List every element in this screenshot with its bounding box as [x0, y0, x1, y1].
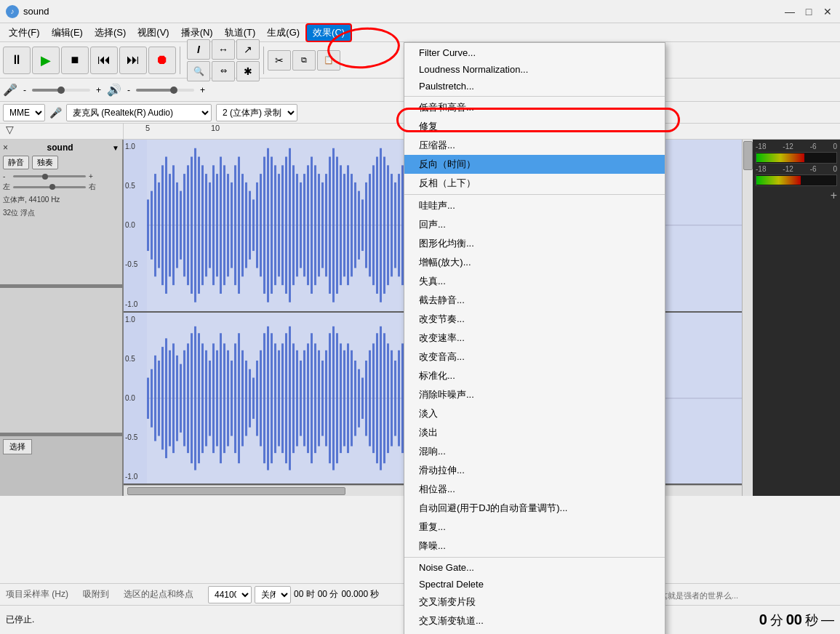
track-pan-slider[interactable] [13, 186, 86, 188]
paste-button[interactable]: 📋 [317, 50, 340, 71]
menu-wahwah[interactable]: 哇哇声... [404, 196, 665, 215]
svg-rect-127 [241, 350, 244, 446]
multi-tool-button[interactable]: ✱ [236, 61, 260, 81]
svg-rect-50 [325, 174, 327, 276]
channels-select[interactable]: 2 (立体声) 录制 [216, 104, 297, 121]
vu-label-n12: -12 [783, 143, 793, 151]
input-volume-slider[interactable] [32, 89, 90, 92]
menu-bass-treble[interactable]: 低音和高音... [404, 98, 665, 117]
svg-rect-33 [263, 157, 265, 294]
menu-change-pitch[interactable]: 改变音高... [404, 348, 665, 366]
cursor-tool-button[interactable]: ↗ [236, 39, 260, 60]
menu-truncate[interactable]: 截去静音... [404, 291, 665, 310]
menu-crossfade-tracks[interactable]: 交叉渐变轨道... [404, 611, 665, 630]
svg-rect-166 [383, 333, 385, 463]
menu-view[interactable]: 视图(V) [132, 25, 175, 41]
menu-file[interactable]: 文件(F) [3, 25, 46, 41]
track-close-button[interactable]: × [3, 143, 8, 153]
svg-rect-26 [238, 157, 240, 294]
output-volume-slider[interactable] [136, 89, 194, 92]
ruler-mark-5: 5 [145, 124, 150, 132]
menu-reverb[interactable]: 混响... [404, 442, 665, 461]
menu-flip[interactable]: 反相（上下） [404, 174, 665, 193]
y-label-1-0: 1.0 [125, 143, 145, 151]
track-volume-slider[interactable] [13, 175, 86, 177]
v-scrollbar[interactable] [742, 140, 753, 496]
menu-normalize[interactable]: 标准化... [404, 366, 665, 385]
record-button[interactable]: ⏺ [148, 47, 176, 74]
menu-loudness[interactable]: Loudness Normalization... [404, 61, 665, 78]
menu-sliding-stretch[interactable]: 滑动拉伸... [404, 461, 665, 480]
svg-rect-133 [263, 333, 265, 463]
mute-button[interactable]: 静音 [3, 156, 29, 169]
svg-rect-146 [311, 333, 313, 463]
menu-sep-1 [404, 96, 665, 97]
time-display-m: 00 分 [318, 588, 339, 601]
close-button[interactable]: ✕ [821, 5, 834, 18]
status-snap: 吸附到 [83, 588, 109, 601]
menu-amplify[interactable]: 增幅(放大)... [404, 253, 665, 272]
menu-echo[interactable]: 回声... [404, 215, 665, 234]
svg-rect-61 [365, 182, 367, 268]
move-tool-button[interactable]: ↔ [212, 39, 235, 60]
maximize-button[interactable]: □ [802, 5, 815, 18]
menu-denoise[interactable]: 降噪... [404, 537, 665, 555]
menu-select[interactable]: 选择(S) [89, 25, 132, 41]
pause-button[interactable]: ⏸ [3, 47, 31, 74]
mic-device-select[interactable]: 麦克风 (Realtek(R) Audio) [66, 104, 212, 121]
sample-rate-input[interactable]: 44100 [208, 586, 252, 603]
play-button[interactable]: ▶ [32, 47, 60, 74]
svg-rect-22 [223, 165, 225, 285]
forward-button[interactable]: ⏭ [119, 47, 147, 74]
vu-label-n6: -6 [810, 143, 817, 151]
menu-auto-duck[interactable]: 自动回避(用于DJ的自动音量调节)... [404, 499, 665, 518]
svg-rect-59 [358, 191, 360, 260]
app-icon: ♪ [6, 5, 19, 18]
menu-fade-in[interactable]: 淡入 [404, 404, 665, 423]
menu-effect[interactable]: 效果(C) [305, 23, 352, 42]
menu-change-speed[interactable]: 改变速率... [404, 329, 665, 348]
menu-spectral-delete[interactable]: Spectral Delete [404, 576, 665, 593]
svg-rect-148 [318, 350, 320, 446]
svg-rect-122 [223, 343, 225, 453]
menu-track[interactable]: 轨道(T) [219, 25, 262, 41]
menu-phaser[interactable]: 相位器... [404, 480, 665, 499]
menu-noise-gate[interactable]: Noise Gate... [404, 559, 665, 576]
menu-edit[interactable]: 编辑(E) [46, 25, 89, 41]
track-dropdown[interactable]: ▼ [112, 144, 119, 152]
app-title: sound [23, 6, 49, 17]
rewind-button[interactable]: ⏮ [90, 47, 118, 74]
menu-paulstretch[interactable]: Paulstretch... [404, 78, 665, 95]
vu-plus-button[interactable]: + [756, 189, 837, 202]
menu-graphic-eq[interactable]: 图形化均衡... [404, 234, 665, 253]
host-select[interactable]: MME [3, 104, 45, 121]
menu-compressor[interactable]: 压缩器... [404, 136, 665, 155]
stop-button[interactable]: ■ [61, 47, 89, 74]
copy-button[interactable]: ⧉ [292, 50, 316, 71]
select-button[interactable]: 选择 [3, 439, 32, 454]
v-scrollbar-thumb[interactable] [743, 141, 753, 170]
menu-crossfade-clips[interactable]: 交叉渐变片段 [404, 593, 665, 611]
menu-repair[interactable]: 修复 [404, 117, 665, 136]
menu-record[interactable]: 播录(N) [175, 25, 219, 41]
menu-change-tempo[interactable]: 改变节奏... [404, 310, 665, 329]
magnify-tool-button[interactable]: 🔍 [187, 61, 210, 81]
cut-button[interactable]: ✂ [268, 50, 291, 71]
svg-rect-35 [271, 157, 273, 294]
menu-repeat[interactable]: 重复... [404, 518, 665, 537]
menu-fade-out[interactable]: 淡出 [404, 423, 665, 442]
svg-rect-168 [391, 350, 393, 446]
select-tool-button[interactable]: I [187, 39, 210, 60]
menu-noise-reduce[interactable]: 消除咔噪声... [404, 385, 665, 404]
menu-generate[interactable]: 生成(G) [261, 25, 305, 41]
solo-button[interactable]: 独奏 [32, 156, 58, 169]
timeshift-tool-button[interactable]: ⇔ [212, 61, 235, 81]
menu-reverse[interactable]: 反向（时间） [404, 155, 665, 174]
snap-select[interactable]: 关闭 [255, 586, 291, 603]
menu-filter-curve[interactable]: Filter Curve... [404, 44, 665, 61]
minimize-button[interactable]: — [783, 5, 796, 18]
h-scrollbar-thumb[interactable] [127, 487, 345, 495]
menu-voice-isolation[interactable]: 人声消除和隔离... [404, 630, 665, 634]
svg-rect-65 [380, 148, 382, 302]
menu-distortion[interactable]: 失真... [404, 272, 665, 291]
